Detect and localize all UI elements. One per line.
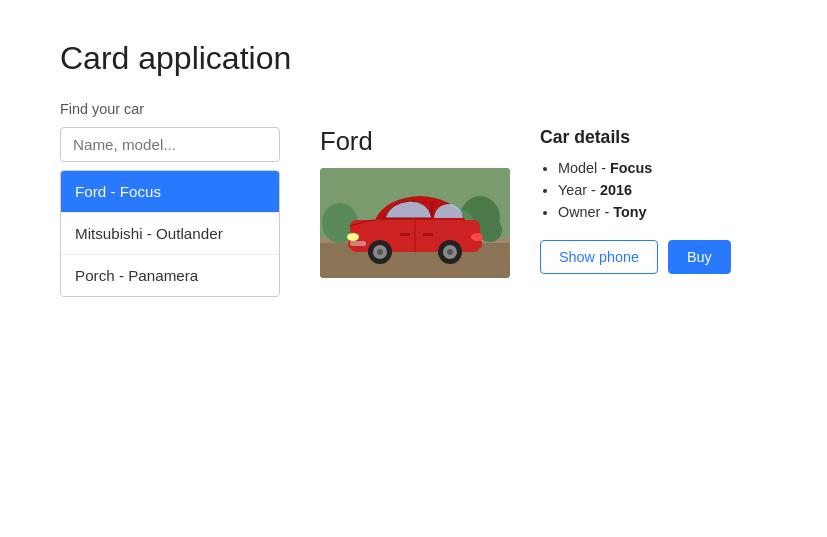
svg-rect-11 xyxy=(462,240,482,248)
detail-model-label: Model xyxy=(558,160,597,176)
svg-rect-22 xyxy=(423,233,433,236)
car-list-item-porch-panamera[interactable]: Porch - Panamera xyxy=(61,255,279,296)
svg-point-13 xyxy=(471,233,483,241)
car-list-item-ford-focus[interactable]: Ford - Focus xyxy=(61,171,279,213)
detail-owner-sep: - xyxy=(604,204,613,220)
detail-model: Model - Focus xyxy=(558,160,731,176)
svg-rect-21 xyxy=(400,233,410,236)
main-layout: Ford - Focus Mitsubishi - Outlander Porc… xyxy=(60,127,767,297)
svg-point-19 xyxy=(447,249,453,255)
detail-model-value: Focus xyxy=(610,160,652,176)
detail-year-label: Year xyxy=(558,182,587,198)
car-brand-title: Ford xyxy=(320,127,510,156)
car-list-item-mitsubishi-outlander[interactable]: Mitsubishi - Outlander xyxy=(61,213,279,255)
detail-model-sep: - xyxy=(601,160,610,176)
action-buttons: Show phone Buy xyxy=(540,240,731,274)
detail-year-value: 2016 xyxy=(600,182,632,198)
car-display: Ford xyxy=(320,127,510,278)
car-details-section: Car details Model - Focus Year - 2016 Ow… xyxy=(540,127,731,274)
page-title: Card application xyxy=(60,40,767,77)
detail-year-sep: - xyxy=(591,182,600,198)
svg-point-12 xyxy=(347,233,359,241)
find-label: Find your car xyxy=(60,101,767,117)
car-list: Ford - Focus Mitsubishi - Outlander Porc… xyxy=(60,170,280,297)
svg-rect-10 xyxy=(350,241,366,246)
detail-owner-label: Owner xyxy=(558,204,600,220)
car-image xyxy=(320,168,510,278)
svg-point-16 xyxy=(377,249,383,255)
detail-owner: Owner - Tony xyxy=(558,204,731,220)
search-input[interactable] xyxy=(60,127,280,162)
car-details-title: Car details xyxy=(540,127,731,148)
left-panel: Ford - Focus Mitsubishi - Outlander Porc… xyxy=(60,127,280,297)
car-details-list: Model - Focus Year - 2016 Owner - Tony xyxy=(540,160,731,220)
buy-button[interactable]: Buy xyxy=(668,240,731,274)
detail-year: Year - 2016 xyxy=(558,182,731,198)
show-phone-button[interactable]: Show phone xyxy=(540,240,658,274)
right-panel: Ford xyxy=(320,127,731,278)
detail-owner-value: Tony xyxy=(613,204,646,220)
